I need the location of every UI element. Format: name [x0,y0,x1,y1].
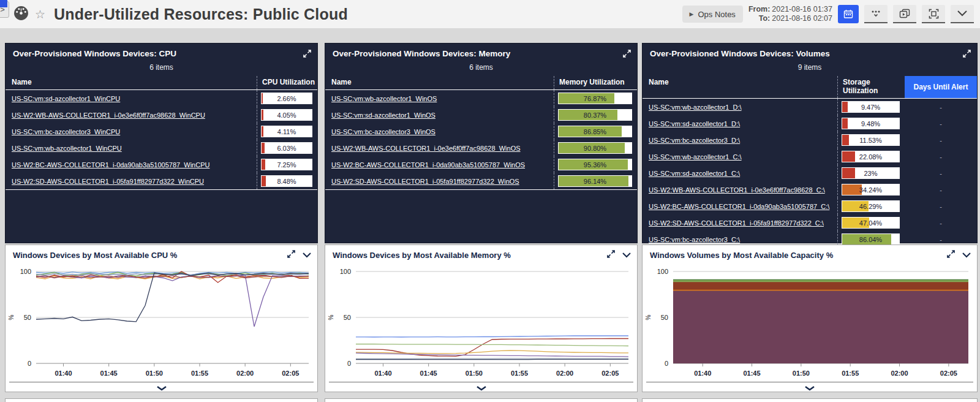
svg-text:01:45: 01:45 [743,370,760,377]
svg-text:01:50: 01:50 [793,370,810,377]
items-count: 6 items [6,61,317,76]
utilization-value: 9.48% [842,118,900,129]
chart-title: Windows Volumes by Most Available Capaci… [650,251,833,260]
panel-title: Over-Provisioned Windows Devices: Volume… [650,49,830,58]
slideshow-icon [899,9,910,19]
column-header-name[interactable]: Name [6,76,257,89]
svg-text:02:05: 02:05 [282,370,299,377]
device-link[interactable]: US-W2:BC-AWS-COLLECTOR1_i-0da90ab3a51005… [12,161,209,169]
expand-icon[interactable] [303,49,311,60]
column-header-days-until-alert[interactable]: Days Until Alert [905,76,977,98]
device-link[interactable]: US-W2:BC-AWS-COLLECTOR1_i-0da90ab3a51005… [331,161,525,169]
header-collapse-button[interactable] [951,5,974,23]
ops-notes-button[interactable]: ▶ Ops Notes [682,6,743,23]
utilization-value: 80.37% [558,109,632,121]
device-link[interactable]: US-SC:vm:sd-azcollector1_D:\ [649,120,740,127]
table-body: US-SC:vm:wb-azcollector1_D:\9.47%-US-SC:… [643,99,977,248]
expand-axis-chevron-icon[interactable] [156,382,167,392]
device-link[interactable]: US-SC:vm:wb-azcollector1_D:\ [649,104,742,111]
chart-title: Windows Devices by Most Available Memory… [333,251,511,260]
utilization-value: 6.03% [261,142,312,154]
expand-icon[interactable] [287,249,295,260]
device-link[interactable]: US-W2:BC-AWS-COLLECTOR1_i-0da90ab3a51005… [649,203,829,210]
svg-text:%: % [328,314,334,320]
expand-icon[interactable] [607,249,615,260]
table-row: US-W2:BC-AWS-COLLECTOR1_i-0da90ab3a51005… [6,156,317,173]
chevron-down-icon [957,10,967,17]
svg-text:50: 50 [24,314,31,321]
table-row: US-SC:vm:sd-azcollector1_D:\9.48%- [643,115,977,132]
utilization-value: 46.29% [842,200,900,212]
utilization-bar: 2.66% [261,93,312,104]
utilization-bar: 96.14% [558,175,632,187]
calendar-button[interactable] [838,5,859,23]
svg-text:02:00: 02:00 [556,370,573,377]
line-chart-available-memory: 050100%01:4001:4501:5001:5502:0002:05 [325,262,637,382]
utilization-value: 4.11% [261,126,312,137]
svg-text:01:40: 01:40 [55,370,72,377]
device-link[interactable]: US-SC:vm:bc-azcollector3_C:\ [649,236,740,243]
panel-overprovisioned-cpu: Over-Provisioned Windows Devices: CPU 6 … [5,43,318,243]
svg-text:01:45: 01:45 [420,370,437,377]
chevron-down-icon[interactable] [303,249,311,260]
table-body: US-SC:vm:sd-azcollector1_WinCPU2.66%US-W… [6,90,317,190]
utilization-value: 86.85% [558,126,632,137]
column-header-name[interactable]: Name [325,76,554,89]
next-row-panel-stub [325,398,638,402]
more-options-button[interactable] [864,5,888,23]
table-row: US-SC:vm:wb-azcollector1_WinOS76.87% [325,90,637,107]
expand-icon[interactable] [623,49,631,60]
utilization-value: 9.47% [842,101,900,113]
utilization-value: 34.24% [842,184,900,195]
favorite-star-icon[interactable]: ☆ [35,9,45,20]
svg-text:02:05: 02:05 [940,370,957,377]
utilization-bar: 47.04% [842,217,900,229]
line-chart-available-cpu: 050100%01:4001:4501:5001:5502:0002:05 [6,262,317,382]
device-link[interactable]: US-W2:WB-AWS-COLLECTOR1_i-0e3e6f0ff7ac98… [649,186,825,194]
device-link[interactable]: US-SC:vm:wb-azcollector1_C:\ [649,153,742,161]
table-row: US-SC:vm:bc-azcollector3_WinCPU4.11% [6,123,317,140]
device-link[interactable]: US-SC:vm:bc-azcollector3_D:\ [649,137,740,144]
table-body: US-SC:vm:wb-azcollector1_WinOS76.87%US-S… [325,90,637,190]
table-row: US-W2:BC-AWS-COLLECTOR1_i-0da90ab3a51005… [643,198,977,214]
device-link[interactable]: US-SC:vm:sd-azcollector1_WinCPU [12,95,120,102]
expand-icon[interactable] [963,49,971,60]
table-row: US-W2:BC-AWS-COLLECTOR1_i-0da90ab3a51005… [325,156,637,173]
chevron-down-icon[interactable] [962,249,971,260]
svg-text:02:00: 02:00 [891,370,908,377]
table-row: US-W2:SD-AWS-COLLECTOR1_i-05fa91ff82977d… [6,173,317,189]
device-link[interactable]: US-SC:vm:bc-azcollector3_WinOS [331,128,435,135]
column-header-name[interactable]: Name [643,76,837,98]
device-link[interactable]: US-SC:vm:wb-azcollector1_WinCPU [12,145,122,152]
device-link[interactable]: US-W2:WB-AWS-COLLECTOR1_i-0e3e6f0ff7ac98… [12,112,205,119]
expand-icon[interactable] [947,249,955,260]
device-link[interactable]: US-W2:WB-AWS-COLLECTOR1_i-0e3e6f0ff7ac98… [331,145,521,152]
device-link[interactable]: US-SC:vm:wb-azcollector1_WinOS [331,95,437,102]
column-header-memory-utilization[interactable]: Memory Utilization [554,76,637,89]
expand-axis-chevron-icon[interactable] [476,382,487,392]
svg-text:01:55: 01:55 [191,370,208,377]
chevron-down-icon[interactable] [622,249,631,260]
utilization-bar: 22.08% [842,151,900,162]
slideshow-button[interactable] [893,5,916,23]
days-until-alert-value: - [905,214,977,231]
svg-text:01:50: 01:50 [146,370,163,377]
device-link[interactable]: US-SC:vm:sd-azcollector1_C:\ [649,170,740,177]
column-header-storage-utilization[interactable]: Storage Utilization [837,76,905,98]
from-value: 2021-08-16 01:37 [772,5,832,14]
next-row-panel-stub [5,398,318,402]
utilization-bar: 80.37% [558,109,632,121]
device-link[interactable]: US-W2:SD-AWS-COLLECTOR1_i-05fa91ff82977d… [331,178,519,185]
device-link[interactable]: US-SC:vm:sd-azcollector1_WinOS [331,112,435,119]
expand-axis-chevron-icon[interactable] [804,382,815,392]
column-header-cpu-utilization[interactable]: CPU Utilization [257,76,317,89]
fullscreen-button[interactable] [922,5,945,23]
svg-text:01:45: 01:45 [100,370,118,377]
device-link[interactable]: US-W2:SD-AWS-COLLECTOR1_i-05fa91ff82977d… [649,219,824,227]
to-label: To: [748,14,770,23]
utilization-value: 22.08% [842,151,900,162]
svg-text:%: % [645,314,652,320]
device-link[interactable]: US-W2:SD-AWS-COLLECTOR1_i-05fa91ff82977d… [12,178,204,185]
device-link[interactable]: US-SC:vm:bc-azcollector3_WinCPU [12,128,120,135]
utilization-bar: 4.11% [261,126,312,137]
